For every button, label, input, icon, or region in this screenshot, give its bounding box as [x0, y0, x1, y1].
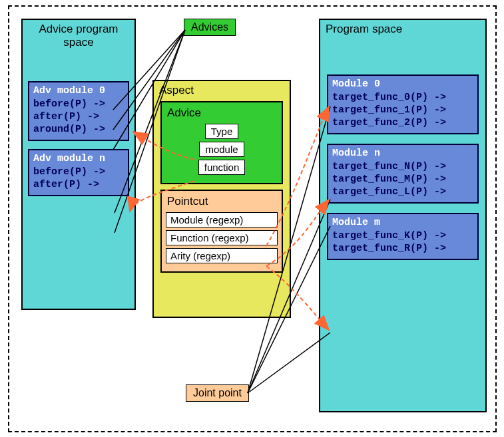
code-line: target_func_M(P) -> [328, 173, 477, 186]
adv-mod-0-title: Adv module 0 [29, 84, 128, 98]
pointcut-arity: Arity (regexp) [166, 248, 278, 263]
adv-module-n: Adv module n before(P) -> after(P) -> [28, 149, 129, 196]
code-line: target_func_1(P) -> [328, 104, 477, 116]
code-line: target_func_0(P) -> [328, 91, 477, 104]
code-line: target_func_K(P) -> [328, 229, 477, 242]
advice-program-space: Advice program space Adv module 0 before… [21, 19, 136, 310]
advice-module: module [199, 142, 244, 157]
mod-0-title: Module 0 [328, 77, 477, 91]
code-line: around(P) -> [29, 123, 128, 136]
code-line: after(P) -> [29, 110, 128, 123]
code-line: target_func_L(P) -> [328, 186, 477, 198]
program-space: Program space Module 0 target_func_0(P) … [319, 19, 487, 412]
code-line: before(P) -> [29, 166, 128, 178]
mod-m-title: Module m [328, 216, 477, 229]
code-line: after(P) -> [29, 178, 128, 191]
code-line: before(P) -> [29, 98, 128, 110]
advice-type: Type [205, 124, 239, 139]
diagram-canvas: Advice program space Adv module 0 before… [0, 0, 504, 437]
advices-label: Advices [184, 19, 236, 36]
code-line: target_func_R(P) -> [328, 242, 477, 255]
aspect-title: Aspect [154, 81, 290, 100]
advice-box-title: Advice [162, 105, 282, 121]
module-m: Module m target_func_K(P) -> target_func… [327, 213, 479, 260]
pointcut-function: Function (regexp) [166, 230, 278, 245]
module-0: Module 0 target_func_0(P) -> target_func… [327, 74, 479, 134]
pointcut-module: Module (regexp) [166, 212, 278, 227]
advice-function: function [198, 160, 246, 175]
joint-point-label: Joint point [186, 384, 249, 402]
module-n: Module n target_func_N(P) -> target_func… [327, 144, 479, 204]
mod-n-title: Module n [328, 146, 477, 160]
pointcut-title: Pointcut [162, 194, 282, 210]
code-line: target_func_2(P) -> [328, 116, 477, 129]
advice-box: Advice Type module function [160, 101, 283, 184]
pointcut-box: Pointcut Module (regexp) Function (regex… [160, 190, 283, 273]
aspect-box: Aspect Advice Type module function Point… [152, 80, 291, 318]
code-line: target_func_N(P) -> [328, 160, 477, 173]
advice-space-title: Advice program space [23, 20, 134, 52]
program-space-title: Program space [320, 20, 485, 39]
adv-module-0: Adv module 0 before(P) -> after(P) -> ar… [28, 81, 129, 141]
adv-mod-n-title: Adv module n [29, 152, 128, 166]
